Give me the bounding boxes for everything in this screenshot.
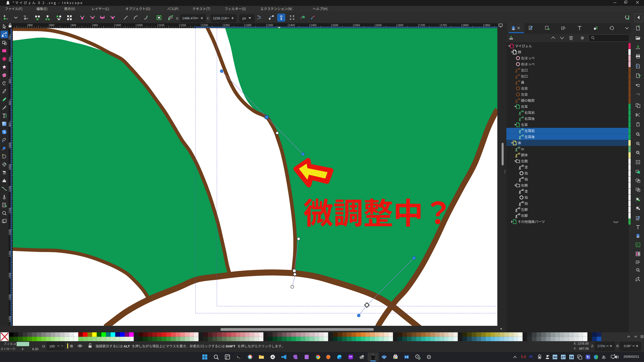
svg-text:1450: 1450 [311,24,317,27]
svg-text:900: 900 [72,24,76,27]
svg-text:1250: 1250 [224,24,230,27]
svg-text:1300: 1300 [246,24,252,27]
svg-text:1158.216: 1158.216 [213,16,227,20]
svg-text:ALT: ALT [124,344,130,348]
svg-text:2025/02/21: 2025/02/21 [623,355,639,358]
svg-text:1550: 1550 [354,24,360,27]
svg-text:SHIFT: SHIFT [226,344,236,348]
svg-text:A: A [272,355,274,359]
svg-text:46: 46 [529,354,533,359]
svg-text:28: 28 [570,355,573,359]
svg-text:172%: 172% [597,344,605,348]
svg-text:1500: 1500 [332,24,338,27]
svg-text:1000: 1000 [115,24,121,27]
svg-text:887.06: 887.06 [579,347,589,350]
svg-text:R:: R: [616,344,620,348]
svg-text:1200: 1200 [202,24,208,27]
svg-text:1150: 1150 [180,24,186,27]
svg-text:27: 27 [561,355,565,359]
svg-text:1750: 1750 [441,24,447,27]
svg-text:1800: 1800 [463,24,469,27]
svg-text:6.30: 6.30 [32,347,38,351]
svg-text:O:: O: [42,344,46,348]
svg-text:1650: 1650 [397,24,404,27]
svg-text:px: px [243,16,246,20]
svg-text:5.8: 5.8 [521,355,526,359]
svg-text:1378.00: 1378.00 [577,342,589,345]
svg-text:1850: 1850 [484,24,490,27]
svg-text:1400: 1400 [289,24,295,27]
svg-text:Y:: Y: [574,347,576,350]
svg-text:0.00°: 0.00° [624,344,631,348]
svg-text:1700: 1700 [419,24,425,27]
svg-text:850: 850 [50,24,55,27]
svg-text:X:: X: [574,342,577,345]
svg-text:Z:: Z: [591,344,594,348]
svg-text:34: 34 [553,355,557,359]
svg-text:1100: 1100 [158,24,164,27]
svg-text:1466.470: 1466.470 [182,16,196,20]
svg-text:100: 100 [49,344,55,348]
svg-text:1600: 1600 [376,24,382,27]
svg-text:1050: 1050 [137,24,143,27]
svg-text:1350: 1350 [267,24,273,27]
svg-text:≠: ≠ [22,347,23,351]
svg-text:950: 950 [93,24,98,27]
svg-text:800: 800 [28,24,33,27]
